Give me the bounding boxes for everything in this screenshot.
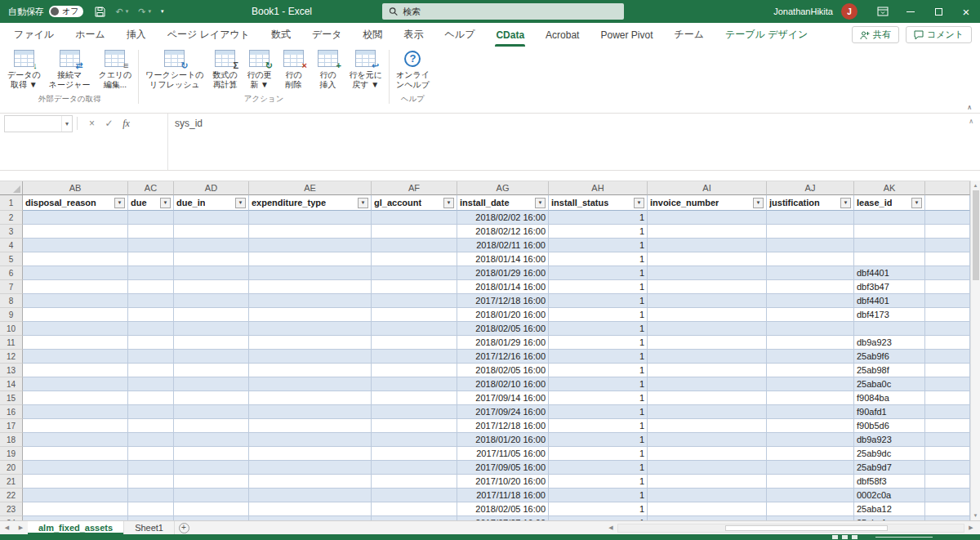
cell-AI-14[interactable]: [648, 377, 767, 391]
cell-overflow-18[interactable]: [925, 433, 970, 447]
filter-button-install_date[interactable]: ▼: [535, 198, 546, 208]
cell-AI-6[interactable]: [648, 266, 767, 280]
ribbon-tab-formulas[interactable]: 数式: [261, 23, 301, 47]
ribbon-tab-view[interactable]: 表示: [394, 23, 434, 47]
cell-AC-19[interactable]: [128, 447, 174, 461]
cell-AE-6[interactable]: [249, 266, 372, 280]
cell-AH-10[interactable]: 1: [549, 322, 648, 336]
cell-AF-2[interactable]: [372, 211, 457, 225]
cell-AC-22[interactable]: [128, 489, 174, 502]
cell-AI-13[interactable]: [648, 364, 767, 377]
ribbon-tab-table-design[interactable]: テーブル デザイン: [715, 23, 818, 47]
formula-bar-collapse-icon[interactable]: ∧: [969, 118, 973, 125]
cell-AI-11[interactable]: [648, 336, 767, 350]
table-header-cell-due_in[interactable]: due_in▼: [174, 195, 249, 211]
cell-AF-8[interactable]: [372, 294, 457, 308]
cell-AJ-17[interactable]: [767, 419, 854, 433]
cell-AI-5[interactable]: [648, 252, 767, 266]
cell-AI-12[interactable]: [648, 350, 767, 364]
cell-AK-3[interactable]: [854, 225, 925, 239]
cell-AK-19[interactable]: 25ab9dc: [854, 447, 925, 461]
cell-AG-17[interactable]: 2017/12/18 16:00: [457, 419, 549, 433]
search-input[interactable]: [403, 7, 617, 16]
cell-overflow-21[interactable]: [925, 475, 970, 489]
cell-AK-12[interactable]: 25ab9f6: [854, 350, 925, 364]
cell-AG-8[interactable]: 2017/12/18 16:00: [457, 294, 549, 308]
cell-AC-21[interactable]: [128, 475, 174, 489]
row-header-14[interactable]: 14: [0, 377, 23, 391]
scroll-up-icon[interactable]: ▲: [973, 181, 978, 190]
table-header-cell-justification[interactable]: justification▼: [767, 195, 854, 211]
cell-AC-4[interactable]: [128, 239, 174, 252]
cell-AF-11[interactable]: [372, 336, 457, 350]
cell-AJ-12[interactable]: [767, 350, 854, 364]
cell-AC-16[interactable]: [128, 405, 174, 419]
cell-AK-8[interactable]: dbf4401: [854, 294, 925, 308]
cell-AD-3[interactable]: [174, 225, 249, 239]
cell-AD-10[interactable]: [174, 322, 249, 336]
cell-AF-4[interactable]: [372, 239, 457, 252]
scroll-down-icon[interactable]: ▼: [973, 511, 978, 520]
column-header-AI[interactable]: AI: [648, 181, 767, 195]
cell-overflow-11[interactable]: [925, 336, 970, 350]
filter-button-due_in[interactable]: ▼: [235, 198, 246, 208]
cell-AH-14[interactable]: 1: [549, 377, 648, 391]
cell-AH-6[interactable]: 1: [549, 266, 648, 280]
cell-AD-7[interactable]: [174, 280, 249, 294]
row-header-11[interactable]: 11: [0, 336, 23, 350]
cell-AB-4[interactable]: [23, 239, 128, 252]
cell-AG-14[interactable]: 2018/02/10 16:00: [457, 377, 549, 391]
cell-AH-3[interactable]: 1: [549, 225, 648, 239]
scroll-right-icon[interactable]: ▶: [964, 524, 978, 531]
cell-AC-11[interactable]: [128, 336, 174, 350]
cell-AE-18[interactable]: [249, 433, 372, 447]
cell-AB-10[interactable]: [23, 322, 128, 336]
cell-AE-22[interactable]: [249, 489, 372, 502]
cell-AH-18[interactable]: 1: [549, 433, 648, 447]
cell-AK-23[interactable]: 25aba12: [854, 502, 925, 516]
row-header-18[interactable]: 18: [0, 433, 23, 447]
cell-AH-21[interactable]: 1: [549, 475, 648, 489]
cell-AG-2[interactable]: 2018/02/02 16:00: [457, 211, 549, 225]
column-header-AJ[interactable]: AJ: [767, 181, 854, 195]
cell-AD-21[interactable]: [174, 475, 249, 489]
edit-query-button[interactable]: ≡クエリの編集...: [94, 47, 136, 92]
cell-overflow-23[interactable]: [925, 502, 970, 516]
table-header-cell-gl_account[interactable]: gl_account▼: [372, 195, 457, 211]
column-header-AF[interactable]: AF: [372, 181, 457, 195]
cell-AC-13[interactable]: [128, 364, 174, 377]
cell-AB-18[interactable]: [23, 433, 128, 447]
cell-AF-5[interactable]: [372, 252, 457, 266]
cell-AI-20[interactable]: [648, 461, 767, 475]
cell-AH-22[interactable]: 1: [549, 489, 648, 502]
scroll-left-icon[interactable]: ◀: [604, 524, 617, 531]
sheet-tab-alm_fixed_assets[interactable]: alm_fixed_assets: [28, 521, 124, 534]
ribbon-tab-team[interactable]: チーム: [663, 23, 715, 47]
cell-AK-10[interactable]: [854, 322, 925, 336]
cell-AC-18[interactable]: [128, 433, 174, 447]
cell-AB-17[interactable]: [23, 419, 128, 433]
cell-overflow-7[interactable]: [925, 280, 970, 294]
cell-overflow-20[interactable]: [925, 461, 970, 475]
cell-AG-3[interactable]: 2018/02/12 16:00: [457, 225, 549, 239]
share-button[interactable]: 共有: [852, 26, 899, 43]
new-sheet-button[interactable]: +: [175, 521, 193, 534]
cell-AE-16[interactable]: [249, 405, 372, 419]
row-header-23[interactable]: 23: [0, 502, 23, 516]
cell-AD-19[interactable]: [174, 447, 249, 461]
cell-AH-9[interactable]: 1: [549, 308, 648, 322]
cell-AD-9[interactable]: [174, 308, 249, 322]
row-header-12[interactable]: 12: [0, 350, 23, 364]
cell-AE-12[interactable]: [249, 350, 372, 364]
cell-AG-10[interactable]: 2018/02/05 16:00: [457, 322, 549, 336]
name-box-dropdown-icon[interactable]: ▾: [61, 116, 72, 132]
cell-AF-21[interactable]: [372, 475, 457, 489]
cell-AJ-23[interactable]: [767, 502, 854, 516]
avatar[interactable]: J: [841, 3, 858, 20]
cell-overflow-15[interactable]: [925, 391, 970, 405]
vertical-scrollbar[interactable]: ▲ ▼: [970, 181, 980, 520]
redo-button[interactable]: ↷▾: [138, 7, 151, 17]
maximize-button[interactable]: [924, 0, 952, 23]
cell-AD-6[interactable]: [174, 266, 249, 280]
cell-AH-11[interactable]: 1: [549, 336, 648, 350]
